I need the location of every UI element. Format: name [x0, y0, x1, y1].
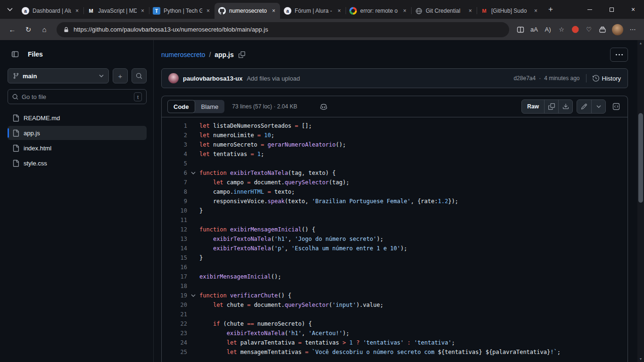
back-icon[interactable]: ←	[5, 23, 20, 37]
browser-toolbar: ← ↻ ⌂ https://github.com/paulovbarbosa13…	[0, 19, 644, 40]
close-tab-icon[interactable]: ×	[271, 8, 276, 14]
minimize-button[interactable]	[579, 0, 601, 19]
close-tab-icon[interactable]: ×	[140, 8, 145, 14]
line-number[interactable]: 22	[162, 319, 187, 329]
fold-caret-spacer	[187, 159, 199, 168]
line-number[interactable]: 24	[162, 338, 187, 347]
line-number[interactable]: 16	[162, 263, 187, 272]
read-aloud-icon[interactable]: A)	[541, 23, 554, 36]
breadcrumb: numerosecreto / app.js	[161, 47, 628, 63]
maximize-button[interactable]	[601, 0, 622, 19]
favorites-star-icon[interactable]: ☆	[555, 23, 568, 36]
copy-path-icon[interactable]	[239, 51, 245, 58]
close-tab-icon[interactable]: ×	[402, 8, 407, 14]
file-tree-item-README.md[interactable]: README.md	[8, 111, 147, 125]
close-tab-icon[interactable]: ×	[468, 8, 473, 14]
tab-code[interactable]: Code	[167, 100, 195, 113]
line-number[interactable]: 2	[162, 131, 187, 140]
file-tree-item-style.css[interactable]: style.css	[8, 156, 147, 170]
split-screen-icon[interactable]	[514, 23, 527, 36]
scroll-down-icon[interactable]: ▼	[637, 357, 644, 361]
fold-caret-icon[interactable]	[187, 291, 199, 300]
scrollbar-thumb[interactable]	[638, 113, 643, 203]
close-tab-icon[interactable]: ×	[74, 8, 80, 14]
copilot-icon[interactable]	[320, 103, 328, 111]
browser-tab-2[interactable]: MJavaScript | MD×	[83, 3, 149, 19]
browser-tab-5[interactable]: aFórum | Alura -×	[280, 3, 346, 19]
code-text: exibirTextoNaTela('h1', 'Jogo do número …	[199, 234, 627, 244]
fold-caret-icon[interactable]	[187, 168, 199, 178]
more-options-button[interactable]	[610, 48, 628, 62]
line-number[interactable]: 13	[162, 234, 187, 244]
line-number[interactable]: 12	[162, 225, 187, 234]
line-number[interactable]: 10	[162, 206, 187, 215]
commit-author-avatar[interactable]	[168, 73, 179, 83]
line-number[interactable]: 6	[162, 168, 187, 178]
close-tab-icon[interactable]: ×	[337, 8, 342, 14]
line-number[interactable]: 8	[162, 187, 187, 197]
line-number[interactable]: 14	[162, 244, 187, 253]
line-number[interactable]: 1	[162, 121, 187, 131]
go-to-file-input[interactable]: Go to file t	[8, 89, 147, 104]
browser-tab-7[interactable]: Git Credential×	[411, 3, 477, 19]
browser-tab-8[interactable]: M[GitHub] Sudo×	[477, 3, 542, 19]
file-tree-item-app.js[interactable]: app.js	[8, 126, 147, 140]
close-tab-icon[interactable]: ×	[206, 8, 211, 14]
translate-icon[interactable]: aA	[528, 23, 541, 36]
tab-list: aDashboard | Alu×MJavaScript | MD×TPytho…	[18, 0, 542, 19]
profile-avatar[interactable]	[612, 24, 623, 35]
line-number[interactable]: 7	[162, 178, 187, 187]
edit-dropdown-caret[interactable]	[591, 100, 605, 113]
line-number[interactable]: 4	[162, 149, 187, 159]
scroll-up-icon[interactable]: ▲	[637, 41, 644, 45]
collections-icon[interactable]	[596, 23, 609, 36]
edit-pencil-icon[interactable]	[577, 100, 591, 113]
essentials-heart-icon[interactable]: ♡	[582, 23, 595, 36]
add-file-button[interactable]: +	[113, 68, 128, 83]
address-bar[interactable]: https://github.com/paulovbarbosa13-ux/nu…	[57, 22, 509, 37]
file-meta-text: 73 lines (57 loc) · 2.04 KB	[232, 103, 297, 110]
new-tab-button[interactable]: +	[544, 3, 557, 16]
tab-actions-menu-icon[interactable]	[3, 2, 17, 17]
page-scrollbar[interactable]: ▲ ▼	[637, 40, 644, 362]
commit-message-link[interactable]: Add files via upload	[247, 75, 300, 82]
line-number[interactable]: 25	[162, 347, 187, 357]
search-repo-button[interactable]	[132, 68, 147, 83]
home-icon[interactable]: ⌂	[37, 23, 52, 37]
tab-blame[interactable]: Blame	[195, 100, 225, 113]
settings-menu-icon[interactable]: ⋯	[626, 23, 639, 36]
adblock-extension-icon[interactable]	[569, 23, 582, 36]
browser-tab-3[interactable]: TPython | Tech G×	[149, 3, 215, 19]
refresh-icon[interactable]: ↻	[21, 23, 36, 37]
line-number[interactable]: 15	[162, 253, 187, 263]
close-window-button[interactable]: ×	[622, 0, 644, 19]
line-number[interactable]: 19	[162, 291, 187, 300]
line-number[interactable]: 23	[162, 329, 187, 338]
commit-sha-link[interactable]: d28e7a4	[513, 75, 536, 82]
line-number[interactable]: 5	[162, 159, 187, 168]
code-text: function verificarChute() {	[199, 291, 627, 300]
collapse-file-tree-icon[interactable]	[8, 48, 22, 61]
line-number[interactable]: 18	[162, 281, 187, 291]
line-number[interactable]: 17	[162, 272, 187, 281]
browser-tab-4[interactable]: numerosecreto×	[215, 3, 280, 19]
site-info-lock-icon[interactable]	[63, 26, 69, 33]
history-button[interactable]: History	[593, 75, 621, 82]
browser-window: aDashboard | Alu×MJavaScript | MD×TPytho…	[0, 0, 644, 362]
browser-tab-6[interactable]: error: remote o×	[346, 3, 411, 19]
line-number[interactable]: 11	[162, 215, 187, 225]
line-number[interactable]: 9	[162, 197, 187, 206]
line-number[interactable]: 21	[162, 310, 187, 319]
download-icon[interactable]	[558, 100, 572, 113]
raw-button[interactable]: Raw	[522, 100, 544, 113]
line-number[interactable]: 3	[162, 140, 187, 149]
line-number[interactable]: 20	[162, 300, 187, 310]
file-tree-item-index.html[interactable]: index.html	[8, 141, 147, 155]
breadcrumb-repo-link[interactable]: numerosecreto	[161, 51, 205, 58]
commit-author-link[interactable]: paulovbarbosa13-ux	[183, 75, 242, 82]
copy-raw-icon[interactable]	[544, 100, 558, 113]
branch-selector[interactable]: main	[8, 68, 109, 83]
close-tab-icon[interactable]: ×	[533, 8, 538, 14]
browser-tab-1[interactable]: aDashboard | Alu×	[18, 3, 83, 19]
symbols-panel-icon[interactable]	[610, 100, 623, 113]
